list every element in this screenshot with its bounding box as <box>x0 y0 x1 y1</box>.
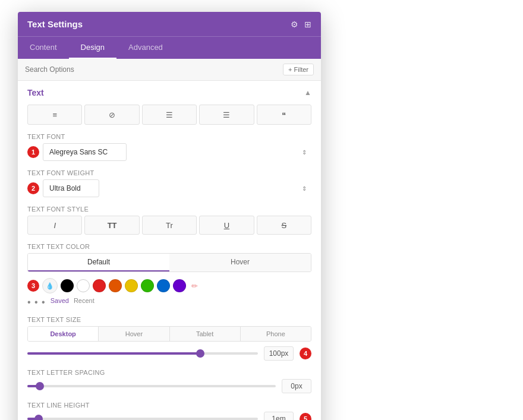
color-tab-hover[interactable]: Hover <box>169 254 311 271</box>
swatch-green[interactable] <box>141 279 154 292</box>
font-label: Text Font <box>27 133 311 140</box>
style-uppercase-button[interactable]: TT <box>84 216 139 235</box>
modal-header: Text Settings ⚙ ⊞ <box>18 12 321 36</box>
font-badge: 1 <box>27 146 39 158</box>
line-height-badge: 5 <box>300 413 311 420</box>
alignment-row: ≡ ⊘ ☰ ☰ ❝ <box>27 105 311 125</box>
modal-title: Text Settings <box>27 19 83 29</box>
font-select[interactable]: Alegreya Sans SC <box>43 143 127 161</box>
letter-spacing-slider[interactable] <box>27 385 276 387</box>
align-left-button[interactable]: ≡ <box>27 105 82 125</box>
size-tab-hover[interactable]: Hover <box>99 327 169 341</box>
weight-badge: 2 <box>27 182 39 194</box>
tab-design[interactable]: Design <box>69 37 116 59</box>
color-tabs: Default Hover <box>27 253 311 272</box>
modal-tabs: Content Design Advanced <box>18 36 321 59</box>
color-swatches-row: 3 💧 ✏ <box>27 278 311 293</box>
weight-select[interactable]: Ultra Bold <box>43 179 99 197</box>
swatch-red[interactable] <box>93 279 106 292</box>
size-tab-desktop[interactable]: Desktop <box>28 327 99 341</box>
color-pencil-icon[interactable]: ✏ <box>191 282 198 290</box>
weight-label: Text Font Weight <box>27 169 311 176</box>
swatch-yellow[interactable] <box>125 279 138 292</box>
line-height-label: Text Line Height <box>27 402 311 409</box>
size-value[interactable]: 100px <box>264 346 294 361</box>
style-strikethrough-button[interactable]: S <box>257 216 311 235</box>
settings-icon[interactable]: ⚙ <box>291 20 298 29</box>
size-slider[interactable] <box>27 352 258 355</box>
search-bar: + Filter <box>18 59 321 81</box>
swatch-purple[interactable] <box>173 279 186 292</box>
recent-label: Recent <box>74 297 94 308</box>
style-italic-button[interactable]: I <box>27 216 82 235</box>
saved-recent-row: • • • Saved Recent <box>27 297 311 308</box>
align-list-button[interactable]: ☰ <box>142 105 197 125</box>
modal-header-icons: ⚙ ⊞ <box>291 20 311 29</box>
style-underline-button[interactable]: U <box>199 216 254 235</box>
size-tab-phone[interactable]: Phone <box>241 327 311 341</box>
text-settings-modal: Text Settings ⚙ ⊞ Content Design Advance… <box>18 12 321 420</box>
tab-content[interactable]: Content <box>18 37 69 59</box>
tab-advanced[interactable]: Advanced <box>116 37 175 59</box>
weight-select-wrapper: Ultra Bold <box>43 179 311 197</box>
swatch-blue[interactable] <box>157 279 170 292</box>
letter-spacing-label: Text Letter Spacing <box>27 369 311 376</box>
swatch-white[interactable] <box>77 279 90 292</box>
letter-spacing-value[interactable]: 0px <box>282 379 311 393</box>
section-title: Text <box>27 88 44 97</box>
size-label: Text Text Size <box>27 316 311 323</box>
letter-spacing-slider-row: 0px <box>27 379 311 393</box>
expand-icon[interactable]: ⊞ <box>304 20 311 29</box>
line-height-slider-row: 1em 5 <box>27 412 311 420</box>
align-none-button[interactable]: ⊘ <box>84 105 139 125</box>
swatch-orange[interactable] <box>109 279 122 292</box>
align-quote-button[interactable]: ❝ <box>257 105 311 125</box>
chevron-up-icon[interactable]: ▲ <box>304 89 311 97</box>
size-tab-tablet[interactable]: Tablet <box>170 327 241 341</box>
section-header: Text ▲ <box>27 88 311 97</box>
line-height-thumb[interactable] <box>34 415 43 420</box>
swatch-black[interactable] <box>61 279 74 292</box>
size-slider-fill <box>27 352 200 355</box>
size-tabs-row: Desktop Hover Tablet Phone <box>27 326 311 342</box>
style-row: I TT Tr U S <box>27 216 311 235</box>
eyedropper-button[interactable]: 💧 <box>42 278 58 293</box>
color-tab-default[interactable]: Default <box>28 254 169 271</box>
align-list2-button[interactable]: ☰ <box>199 105 254 125</box>
color-badge: 3 <box>27 280 39 292</box>
style-label: Text Font Style <box>27 206 311 213</box>
weight-select-row: 2 Ultra Bold <box>27 179 311 197</box>
line-height-value[interactable]: 1em <box>264 412 294 420</box>
color-label: Text Text Color <box>27 243 311 250</box>
saved-label: Saved <box>51 297 69 308</box>
more-dots-button[interactable]: • • • <box>27 297 46 308</box>
weight-field: 2 Ultra Bold <box>27 179 311 197</box>
modal-body: Text ▲ ≡ ⊘ ☰ ☰ ❝ Text Font 1 Alegreya Sa… <box>18 81 321 420</box>
line-height-slider[interactable] <box>27 418 258 420</box>
font-field: 1 Alegreya Sans SC <box>27 143 311 161</box>
size-slider-row: 100px 4 <box>27 346 311 361</box>
filter-button[interactable]: + Filter <box>283 64 314 75</box>
font-select-wrapper: Alegreya Sans SC <box>43 143 311 161</box>
style-capitalize-button[interactable]: Tr <box>142 216 197 235</box>
font-select-row: 1 Alegreya Sans SC <box>27 143 311 161</box>
size-slider-thumb[interactable] <box>196 349 204 358</box>
search-input[interactable] <box>25 65 144 74</box>
size-badge: 4 <box>300 348 311 359</box>
letter-spacing-thumb[interactable] <box>36 382 44 390</box>
